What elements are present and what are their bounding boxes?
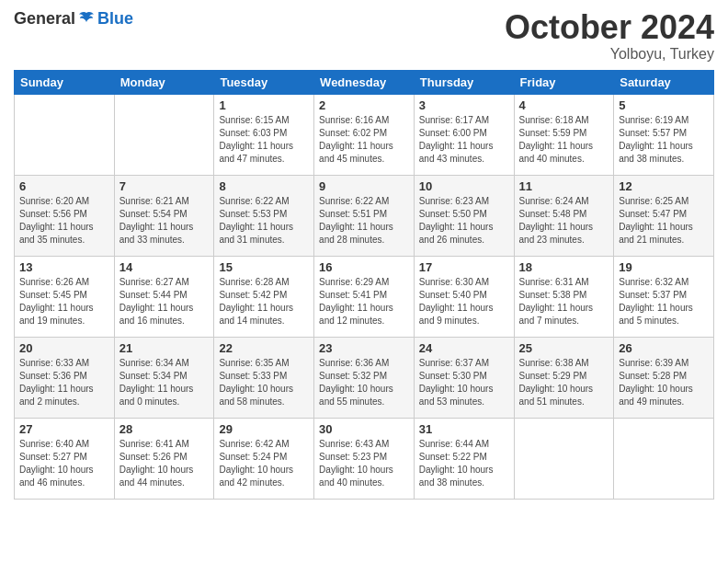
day-number: 21 bbox=[119, 341, 210, 355]
calendar-week-row: 20Sunrise: 6:33 AM Sunset: 5:36 PM Dayli… bbox=[15, 337, 714, 418]
day-info: Sunrise: 6:44 AM Sunset: 5:22 PM Dayligh… bbox=[419, 438, 509, 489]
day-info: Sunrise: 6:40 AM Sunset: 5:27 PM Dayligh… bbox=[19, 438, 109, 489]
day-info: Sunrise: 6:30 AM Sunset: 5:40 PM Dayligh… bbox=[419, 276, 509, 327]
day-info: Sunrise: 6:25 AM Sunset: 5:47 PM Dayligh… bbox=[619, 195, 709, 247]
calendar-day-cell: 7Sunrise: 6:21 AM Sunset: 5:54 PM Daylig… bbox=[114, 175, 214, 256]
day-number: 14 bbox=[119, 260, 210, 274]
bird-icon bbox=[77, 10, 96, 29]
day-info: Sunrise: 6:17 AM Sunset: 6:00 PM Dayligh… bbox=[419, 114, 509, 166]
calendar-day-cell: 28Sunrise: 6:41 AM Sunset: 5:26 PM Dayli… bbox=[114, 418, 214, 499]
day-number: 3 bbox=[419, 98, 509, 112]
day-info: Sunrise: 6:35 AM Sunset: 5:33 PM Dayligh… bbox=[219, 357, 309, 408]
calendar-day-cell: 31Sunrise: 6:44 AM Sunset: 5:22 PM Dayli… bbox=[414, 418, 514, 499]
day-info: Sunrise: 6:18 AM Sunset: 5:59 PM Dayligh… bbox=[519, 114, 609, 166]
day-number: 31 bbox=[419, 422, 509, 436]
calendar-day-cell: 10Sunrise: 6:23 AM Sunset: 5:50 PM Dayli… bbox=[414, 175, 514, 256]
day-info: Sunrise: 6:15 AM Sunset: 6:03 PM Dayligh… bbox=[219, 114, 309, 166]
calendar-day-cell bbox=[514, 418, 614, 499]
day-info: Sunrise: 6:26 AM Sunset: 5:45 PM Dayligh… bbox=[19, 276, 109, 327]
calendar-table: SundayMondayTuesdayWednesdayThursdayFrid… bbox=[14, 70, 714, 500]
day-info: Sunrise: 6:22 AM Sunset: 5:53 PM Dayligh… bbox=[219, 195, 309, 247]
calendar-day-cell: 16Sunrise: 6:29 AM Sunset: 5:41 PM Dayli… bbox=[314, 256, 415, 337]
day-number: 2 bbox=[319, 98, 409, 112]
day-info: Sunrise: 6:36 AM Sunset: 5:32 PM Dayligh… bbox=[319, 357, 409, 408]
calendar-day-cell bbox=[614, 418, 714, 499]
day-number: 5 bbox=[619, 98, 709, 112]
day-number: 12 bbox=[619, 179, 709, 193]
day-number: 6 bbox=[19, 179, 109, 193]
day-number: 19 bbox=[619, 260, 709, 274]
calendar-day-cell: 29Sunrise: 6:42 AM Sunset: 5:24 PM Dayli… bbox=[214, 418, 314, 499]
day-number: 26 bbox=[619, 341, 709, 355]
calendar-day-cell: 25Sunrise: 6:38 AM Sunset: 5:29 PM Dayli… bbox=[514, 337, 614, 418]
day-info: Sunrise: 6:32 AM Sunset: 5:37 PM Dayligh… bbox=[619, 276, 709, 327]
calendar-week-row: 6Sunrise: 6:20 AM Sunset: 5:56 PM Daylig… bbox=[15, 175, 714, 256]
calendar-day-cell: 22Sunrise: 6:35 AM Sunset: 5:33 PM Dayli… bbox=[214, 337, 314, 418]
weekday-header: Tuesday bbox=[214, 70, 314, 94]
day-number: 7 bbox=[119, 179, 210, 193]
calendar-day-cell: 19Sunrise: 6:32 AM Sunset: 5:37 PM Dayli… bbox=[614, 256, 714, 337]
logo-blue: Blue bbox=[97, 9, 133, 29]
day-number: 30 bbox=[319, 422, 409, 436]
calendar-day-cell: 12Sunrise: 6:25 AM Sunset: 5:47 PM Dayli… bbox=[614, 175, 714, 256]
calendar-day-cell: 4Sunrise: 6:18 AM Sunset: 5:59 PM Daylig… bbox=[514, 94, 614, 175]
day-number: 10 bbox=[419, 179, 509, 193]
day-info: Sunrise: 6:42 AM Sunset: 5:24 PM Dayligh… bbox=[219, 438, 309, 489]
page: General Blue October 2024 Yolboyu, Turke… bbox=[0, 0, 728, 563]
calendar-day-cell: 9Sunrise: 6:22 AM Sunset: 5:51 PM Daylig… bbox=[314, 175, 415, 256]
day-number: 20 bbox=[19, 341, 109, 355]
calendar-week-row: 13Sunrise: 6:26 AM Sunset: 5:45 PM Dayli… bbox=[15, 256, 714, 337]
day-info: Sunrise: 6:27 AM Sunset: 5:44 PM Dayligh… bbox=[119, 276, 210, 327]
calendar-day-cell: 11Sunrise: 6:24 AM Sunset: 5:48 PM Dayli… bbox=[514, 175, 614, 256]
day-info: Sunrise: 6:21 AM Sunset: 5:54 PM Dayligh… bbox=[119, 195, 210, 247]
day-number: 17 bbox=[419, 260, 509, 274]
day-number: 4 bbox=[519, 98, 609, 112]
day-number: 13 bbox=[19, 260, 109, 274]
day-number: 23 bbox=[319, 341, 409, 355]
weekday-header-row: SundayMondayTuesdayWednesdayThursdayFrid… bbox=[15, 70, 714, 94]
calendar-day-cell: 8Sunrise: 6:22 AM Sunset: 5:53 PM Daylig… bbox=[214, 175, 314, 256]
calendar-day-cell: 24Sunrise: 6:37 AM Sunset: 5:30 PM Dayli… bbox=[414, 337, 514, 418]
calendar-day-cell: 13Sunrise: 6:26 AM Sunset: 5:45 PM Dayli… bbox=[15, 256, 115, 337]
location-subtitle: Yolboyu, Turkey bbox=[505, 46, 714, 63]
calendar-day-cell: 1Sunrise: 6:15 AM Sunset: 6:03 PM Daylig… bbox=[214, 94, 314, 175]
calendar-week-row: 27Sunrise: 6:40 AM Sunset: 5:27 PM Dayli… bbox=[15, 418, 714, 499]
calendar-week-row: 1Sunrise: 6:15 AM Sunset: 6:03 PM Daylig… bbox=[15, 94, 714, 175]
day-number: 18 bbox=[519, 260, 609, 274]
month-title: October 2024 bbox=[505, 9, 714, 46]
weekday-header: Friday bbox=[514, 70, 614, 94]
day-number: 28 bbox=[119, 422, 210, 436]
logo-general: General bbox=[14, 9, 75, 29]
calendar-day-cell: 18Sunrise: 6:31 AM Sunset: 5:38 PM Dayli… bbox=[514, 256, 614, 337]
day-number: 1 bbox=[219, 98, 309, 112]
day-info: Sunrise: 6:43 AM Sunset: 5:23 PM Dayligh… bbox=[319, 438, 409, 489]
day-number: 11 bbox=[519, 179, 609, 193]
day-info: Sunrise: 6:29 AM Sunset: 5:41 PM Dayligh… bbox=[319, 276, 409, 327]
calendar-day-cell bbox=[15, 94, 115, 175]
day-number: 9 bbox=[319, 179, 409, 193]
day-number: 24 bbox=[419, 341, 509, 355]
weekday-header: Thursday bbox=[414, 70, 514, 94]
day-info: Sunrise: 6:33 AM Sunset: 5:36 PM Dayligh… bbox=[19, 357, 109, 408]
calendar-day-cell: 14Sunrise: 6:27 AM Sunset: 5:44 PM Dayli… bbox=[114, 256, 214, 337]
day-number: 8 bbox=[219, 179, 309, 193]
title-area: October 2024 Yolboyu, Turkey bbox=[505, 9, 714, 63]
day-info: Sunrise: 6:22 AM Sunset: 5:51 PM Dayligh… bbox=[319, 195, 409, 247]
calendar-day-cell: 20Sunrise: 6:33 AM Sunset: 5:36 PM Dayli… bbox=[15, 337, 115, 418]
day-number: 25 bbox=[519, 341, 609, 355]
day-info: Sunrise: 6:39 AM Sunset: 5:28 PM Dayligh… bbox=[619, 357, 709, 408]
calendar-day-cell: 6Sunrise: 6:20 AM Sunset: 5:56 PM Daylig… bbox=[15, 175, 115, 256]
day-number: 16 bbox=[319, 260, 409, 274]
calendar-day-cell: 21Sunrise: 6:34 AM Sunset: 5:34 PM Dayli… bbox=[114, 337, 214, 418]
calendar-day-cell: 27Sunrise: 6:40 AM Sunset: 5:27 PM Dayli… bbox=[15, 418, 115, 499]
weekday-header: Wednesday bbox=[314, 70, 415, 94]
day-number: 29 bbox=[219, 422, 309, 436]
calendar-day-cell: 15Sunrise: 6:28 AM Sunset: 5:42 PM Dayli… bbox=[214, 256, 314, 337]
day-number: 22 bbox=[219, 341, 309, 355]
calendar-day-cell: 3Sunrise: 6:17 AM Sunset: 6:00 PM Daylig… bbox=[414, 94, 514, 175]
day-info: Sunrise: 6:38 AM Sunset: 5:29 PM Dayligh… bbox=[519, 357, 609, 408]
day-info: Sunrise: 6:24 AM Sunset: 5:48 PM Dayligh… bbox=[519, 195, 609, 247]
day-info: Sunrise: 6:41 AM Sunset: 5:26 PM Dayligh… bbox=[119, 438, 210, 489]
logo-area: General Blue bbox=[14, 9, 133, 29]
day-info: Sunrise: 6:28 AM Sunset: 5:42 PM Dayligh… bbox=[219, 276, 309, 327]
